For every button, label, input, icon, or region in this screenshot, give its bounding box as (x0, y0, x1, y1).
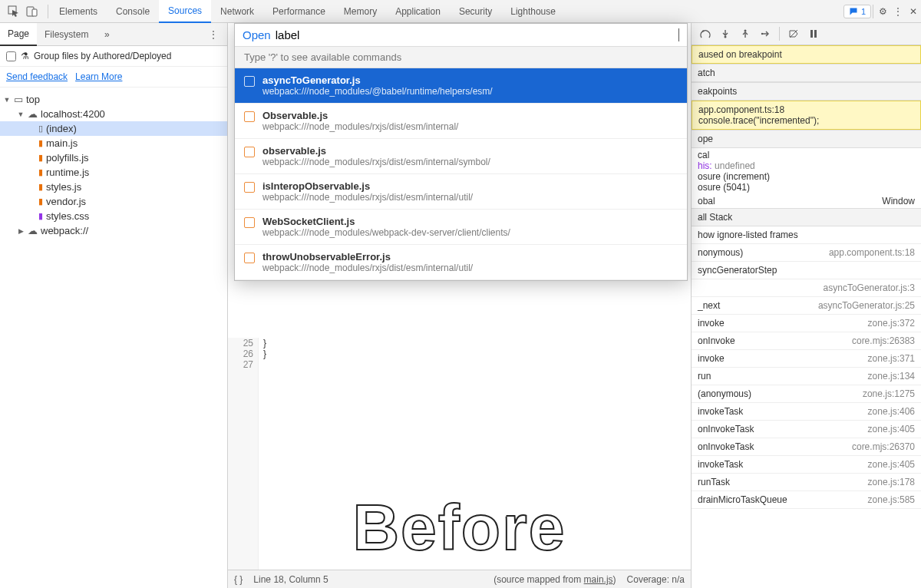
stack-frame[interactable]: invokezone.js:371 (692, 350, 921, 368)
coverage-label: Coverage: n/a (627, 574, 685, 585)
settings-icon[interactable]: ⚙ (875, 4, 890, 19)
tab-performance[interactable]: Performance (263, 0, 335, 23)
palette-input[interactable] (276, 28, 679, 41)
palette-item[interactable]: Observable.jswebpack:///node_modules/rxj… (235, 104, 687, 139)
palette-list[interactable]: asyncToGenerator.jswebpack:///node_modul… (235, 68, 687, 280)
command-palette: Open Type '?' to see available commands … (234, 23, 688, 281)
flask-icon: ⚗ (21, 51, 29, 61)
tree-file-runtime[interactable]: ▮runtime.js (0, 165, 227, 180)
stack-frame[interactable]: runzone.js:134 (692, 368, 921, 385)
line-number: 26 (233, 349, 253, 359)
tree-file-styles-js[interactable]: ▮styles.js (0, 180, 227, 194)
format-icon[interactable]: { } (234, 574, 243, 585)
step-into-icon[interactable] (738, 26, 753, 41)
stack-frame[interactable]: invokeTaskzone.js:406 (692, 403, 921, 421)
palette-item[interactable]: observable.jswebpack:///node_modules/rxj… (235, 139, 687, 174)
tab-memory[interactable]: Memory (335, 0, 386, 23)
stack-frame[interactable]: _nextasyncToGenerator.js:25 (692, 297, 921, 315)
step-out-icon[interactable] (758, 26, 773, 41)
stack-frame[interactable]: runTaskzone.js:178 (692, 474, 921, 491)
group-files-label: Group files by Authored/Deployed (34, 51, 171, 61)
navigator-more-icon[interactable]: ⋮ (204, 28, 223, 41)
close-devtools-icon[interactable]: ✕ (906, 4, 921, 19)
tree-file-styles-css[interactable]: ▮styles.css (0, 209, 227, 223)
tree-top[interactable]: ▼▭top (0, 92, 227, 107)
stack-frame[interactable]: invokeTaskzone.js:405 (692, 456, 921, 474)
feedback-count: 1 (861, 7, 866, 16)
stack-frame[interactable]: syncGeneratorStep (692, 262, 921, 279)
tab-application[interactable]: Application (386, 0, 450, 23)
editor-status-bar: { } Line 18, Column 5 (source mapped fro… (228, 570, 691, 588)
callstack-header[interactable]: all Stack (692, 208, 921, 226)
file-icon (244, 182, 255, 193)
tree-webpack[interactable]: ▶☁webpack:// (0, 223, 227, 238)
tree-file-main[interactable]: ▮main.js (0, 136, 227, 150)
code-line: } (263, 338, 686, 349)
stack-frame[interactable]: onInvokecore.mjs:26383 (692, 332, 921, 350)
tab-sources[interactable]: Sources (159, 0, 211, 23)
deactivate-breakpoints-icon[interactable] (786, 26, 801, 41)
feedback-badge[interactable]: 1 (843, 5, 871, 18)
file-icon (244, 111, 255, 122)
send-feedback-link[interactable]: Send feedback (6, 71, 68, 82)
tree-file-index[interactable]: ▯(index) (0, 121, 227, 136)
code-line: } (263, 349, 686, 359)
svg-point-5 (761, 33, 763, 35)
tab-security[interactable]: Security (450, 0, 501, 23)
tab-lighthouse[interactable]: Lighthouse (501, 0, 565, 23)
show-ignored-frames[interactable]: how ignore-listed frames (692, 226, 921, 244)
chevrons-icon[interactable]: » (99, 27, 114, 42)
callstack-list: nonymous)app.component.ts:18syncGenerato… (692, 244, 921, 509)
tab-console[interactable]: Console (107, 0, 159, 23)
stack-frame[interactable]: asyncToGenerator.js:3 (692, 279, 921, 297)
learn-more-link[interactable]: Learn More (75, 71, 122, 82)
file-icon (244, 76, 255, 87)
file-icon (244, 253, 255, 263)
device-toggle-icon[interactable] (25, 4, 40, 19)
tree-file-polyfills[interactable]: ▮polyfills.js (0, 150, 227, 165)
editor-pane: Open Type '?' to see available commands … (228, 23, 691, 588)
file-icon (244, 147, 255, 157)
palette-item[interactable]: throwUnobservableError.jswebpack:///node… (235, 245, 687, 280)
tab-elements[interactable]: Elements (50, 0, 107, 23)
breakpoints-header[interactable]: eakpoints (692, 82, 921, 101)
stack-frame[interactable]: onInvokeTaskzone.js:405 (692, 421, 921, 438)
palette-item[interactable]: WebSocketClient.jswebpack:///node_module… (235, 210, 687, 245)
kebab-icon[interactable]: ⋮ (890, 4, 906, 19)
navigator-pane: Page Filesystem » ⋮ ⚗ Group files by Aut… (0, 23, 228, 588)
stack-frame[interactable]: onInvokeTaskcore.mjs:26370 (692, 438, 921, 456)
scope-closure[interactable]: osure (5041) (698, 182, 915, 193)
scope-header[interactable]: ope (692, 130, 921, 148)
scope-closure[interactable]: osure (increment) (698, 171, 915, 182)
line-number: 25 (233, 338, 253, 349)
stack-frame[interactable]: drainMicroTaskQueuezone.js:585 (692, 491, 921, 509)
cursor-position: Line 18, Column 5 (253, 574, 328, 585)
step-over-icon[interactable] (718, 26, 733, 41)
scope-this: his: undefined (698, 160, 915, 171)
tree-file-vendor[interactable]: ▮vendor.js (0, 194, 227, 209)
inspect-icon[interactable] (6, 4, 21, 19)
resume-icon[interactable] (698, 26, 713, 41)
svg-rect-7 (810, 30, 813, 38)
subtab-filesystem[interactable]: Filesystem (37, 23, 96, 46)
breakpoint-entry[interactable]: app.component.ts:18 console.trace("incre… (692, 101, 921, 130)
palette-open-label: Open (243, 28, 271, 41)
scope-local[interactable]: cal (698, 150, 915, 160)
watch-header[interactable]: atch (692, 64, 921, 82)
group-files-checkbox[interactable] (6, 51, 16, 61)
debugger-pane: aused on breakpoint atch eakpoints app.c… (691, 23, 921, 588)
palette-item[interactable]: isInteropObservable.jswebpack:///node_mo… (235, 174, 687, 210)
stack-frame[interactable]: invokezone.js:372 (692, 315, 921, 332)
scope-global[interactable]: obalWindow (692, 194, 921, 208)
pause-exceptions-icon[interactable] (806, 26, 821, 41)
source-mapped-label: (source mapped from main.js) (494, 574, 616, 585)
palette-hint: Type '?' to see available commands (235, 46, 687, 68)
subtab-page[interactable]: Page (0, 23, 37, 46)
stack-frame[interactable]: (anonymous)zone.js:1275 (692, 385, 921, 403)
stack-frame[interactable]: nonymous)app.component.ts:18 (692, 244, 921, 262)
file-icon (244, 217, 255, 228)
tab-network[interactable]: Network (211, 0, 263, 23)
svg-rect-8 (814, 30, 817, 38)
tree-host[interactable]: ▼☁localhost:4200 (0, 107, 227, 121)
palette-item[interactable]: asyncToGenerator.jswebpack:///node_modul… (235, 68, 687, 104)
